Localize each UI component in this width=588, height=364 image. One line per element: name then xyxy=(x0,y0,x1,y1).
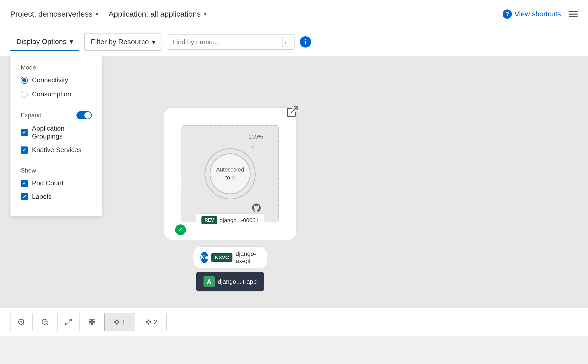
rev-tag: REV xyxy=(201,216,217,224)
app-groupings-checkbox-input[interactable]: ✓ xyxy=(21,129,28,136)
labels-label: Labels xyxy=(32,193,52,201)
connectivity-radio-input[interactable] xyxy=(21,77,28,84)
menu-icon[interactable] xyxy=(569,11,578,17)
view-shortcuts-label: View shortcuts xyxy=(514,10,561,18)
ksvc-name: django-ex-git xyxy=(236,250,260,265)
expand-row: Expand xyxy=(21,111,92,119)
svg-line-2 xyxy=(23,323,24,325)
info-icon[interactable]: i xyxy=(300,36,311,48)
svg-line-20 xyxy=(115,322,117,324)
divider-1 xyxy=(21,106,92,106)
connectivity-radio-label: Connectivity xyxy=(32,76,68,84)
search-shortcut-key: / xyxy=(282,37,290,47)
pod-outer-circle: Autoscaled to 0 xyxy=(205,148,256,199)
topology-1-label: 1 xyxy=(122,318,125,326)
pod-count-checkbox[interactable]: ✓ Pod Count xyxy=(21,179,92,187)
toolbar: Display Options ▾ Filter by Resource ▾ /… xyxy=(0,28,588,56)
expand-label: Expand xyxy=(21,112,41,119)
app-selector[interactable]: Application: all applications ▾ xyxy=(109,10,207,18)
menu-line-3 xyxy=(569,16,578,17)
app-inner-dashed-container: 100% ↙ Autoscaled to 0 xyxy=(182,125,279,222)
project-label: Project: demoserverless xyxy=(10,10,93,18)
checkmark-icon: ✓ xyxy=(22,130,26,135)
labels-checkbox[interactable]: ✓ Labels xyxy=(21,193,92,201)
svg-rect-12 xyxy=(89,323,92,325)
pod-text2: to 0 xyxy=(225,174,235,181)
rev-name: django...-00001 xyxy=(220,217,259,224)
fit-to-screen-button[interactable] xyxy=(57,313,80,331)
view-shortcuts-link[interactable]: ? View shortcuts xyxy=(503,9,561,19)
knative-services-label: Knative Services xyxy=(32,146,82,154)
display-options-panel: Mode Connectivity Consumption Expand ✓ xyxy=(10,56,102,216)
svg-line-25 xyxy=(147,320,149,322)
pod-percent-label: 100% xyxy=(248,133,263,140)
topology-2-label: 2 xyxy=(154,318,157,326)
labels-checkbox-input[interactable]: ✓ xyxy=(21,193,28,200)
display-options-button[interactable]: Display Options ▾ xyxy=(10,33,79,51)
topology-layout-2-button[interactable]: 2 xyxy=(136,313,167,331)
app-node[interactable]: 100% ↙ Autoscaled to 0 xyxy=(164,107,297,240)
app-groupings-checkbox[interactable]: ✓ Application Groupings xyxy=(21,124,92,140)
bottom-controls: 1 2 xyxy=(0,308,588,336)
show-section: Show ✓ Pod Count ✓ Labels xyxy=(21,167,92,201)
svg-line-9 xyxy=(66,323,68,325)
pod-count-checkbox-input[interactable]: ✓ xyxy=(21,180,28,187)
rev-row[interactable]: REV django...-00001 xyxy=(196,213,264,227)
ksvc-tag: KSVC xyxy=(211,253,233,262)
pod-text1: Autoscaled xyxy=(216,166,244,173)
filter-chevron-icon: ▾ xyxy=(152,38,155,46)
app-grouping-label[interactable]: A django...it-app xyxy=(196,272,264,291)
display-options-chevron: ▾ xyxy=(70,37,73,46)
filter-by-resource-label: Filter by Resource xyxy=(91,38,149,46)
ksvc-row[interactable]: K⊕ KSVC django-ex-git xyxy=(193,246,267,268)
checkmark-icon-2: ✓ xyxy=(22,147,26,153)
svg-line-0 xyxy=(291,107,297,113)
search-input[interactable] xyxy=(172,38,278,46)
svg-rect-10 xyxy=(89,319,92,321)
expand-toggle[interactable] xyxy=(76,111,92,119)
expand-view-button[interactable] xyxy=(81,313,103,331)
topology-layout-1-button[interactable]: 1 xyxy=(104,313,135,331)
svg-line-19 xyxy=(117,320,119,322)
knative-services-checkbox-input[interactable]: ✓ xyxy=(21,146,28,154)
svg-line-26 xyxy=(149,320,150,322)
menu-line-1 xyxy=(569,11,578,12)
display-options-label: Display Options xyxy=(16,38,66,46)
checkmark-icon-3: ✓ xyxy=(22,180,26,186)
project-chevron-icon: ▾ xyxy=(96,11,98,17)
github-icon[interactable] xyxy=(251,203,262,213)
divider-2 xyxy=(21,162,92,162)
pod-label: Autoscaled to 0 xyxy=(216,166,244,182)
connectivity-radio[interactable]: Connectivity xyxy=(21,76,92,84)
app-grouping-name: django...it-app xyxy=(218,278,257,285)
consumption-radio-input[interactable] xyxy=(21,91,28,98)
show-section-label: Show xyxy=(21,167,92,174)
filter-by-resource-button[interactable]: Filter by Resource ▾ xyxy=(84,33,162,51)
kubernetes-badge: K⊕ xyxy=(200,252,208,263)
app-chevron-icon: ▾ xyxy=(204,11,207,17)
status-check-icon: ✓ xyxy=(174,224,187,236)
top-bar-left: Project: demoserverless ▾ Application: a… xyxy=(10,10,503,18)
zoom-out-button[interactable] xyxy=(34,313,56,331)
search-bar: / xyxy=(167,34,295,50)
mode-section-label: Mode xyxy=(21,64,92,71)
consumption-radio[interactable]: Consumption xyxy=(21,90,92,98)
external-link-icon[interactable] xyxy=(286,105,299,118)
checkmark-icon-4: ✓ xyxy=(22,194,26,200)
expand-section: Expand ✓ Application Groupings ✓ Knative… xyxy=(21,111,92,154)
app-outer-container: 100% ↙ Autoscaled to 0 xyxy=(164,107,297,240)
k-sub-icon: ⊕ xyxy=(205,255,208,260)
pod-count-label: Pod Count xyxy=(32,179,63,187)
svg-rect-11 xyxy=(93,319,95,321)
project-selector[interactable]: Project: demoserverless ▾ xyxy=(10,10,98,18)
knative-services-checkbox[interactable]: ✓ Knative Services xyxy=(21,146,92,154)
app-label: Application: all applications xyxy=(109,10,201,18)
zoom-in-button[interactable] xyxy=(10,313,33,331)
top-navbar: Project: demoserverless ▾ Application: a… xyxy=(0,0,588,28)
svg-line-8 xyxy=(69,319,72,321)
pod-inner-circle: Autoscaled to 0 xyxy=(210,153,251,194)
mode-section: Mode Connectivity Consumption xyxy=(21,64,92,98)
percent-arrow-icon: ↙ xyxy=(251,144,255,150)
svg-line-6 xyxy=(47,323,48,325)
svg-line-27 xyxy=(147,322,149,324)
